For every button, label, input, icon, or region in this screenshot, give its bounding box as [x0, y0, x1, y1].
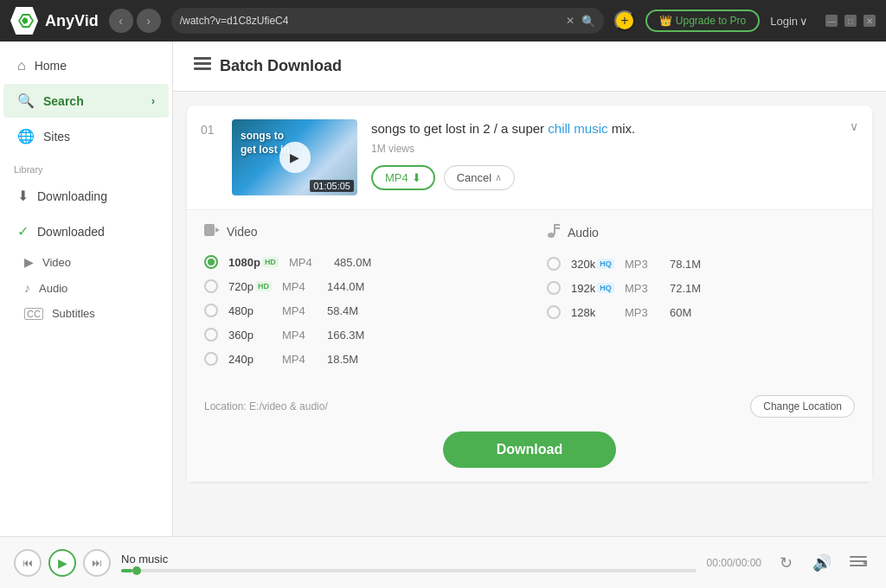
- progress-dot: [132, 566, 141, 575]
- minimize-button[interactable]: —: [825, 15, 838, 27]
- url-close-icon[interactable]: ✕: [566, 15, 575, 27]
- format-row-1080p[interactable]: 1080pHD MP4 485.0M: [204, 250, 512, 274]
- progress-fill: [121, 569, 132, 572]
- format-row-192k[interactable]: 192kHQ MP3 72.1M: [547, 276, 855, 300]
- svg-rect-13: [850, 556, 867, 558]
- format-mp4-480p: MP4: [282, 304, 317, 317]
- volume-button[interactable]: 🔊: [808, 549, 836, 577]
- format-row-360p[interactable]: 360p MP4 166.3M: [204, 323, 512, 347]
- add-tab-button[interactable]: +: [614, 10, 635, 31]
- next-button[interactable]: ⏭: [83, 549, 111, 577]
- quality-1080p: 1080pHD: [228, 256, 279, 269]
- svg-rect-11: [554, 224, 560, 226]
- back-button[interactable]: ‹: [109, 9, 133, 33]
- quality-192k: 192kHQ: [571, 282, 614, 295]
- radio-128k[interactable]: [547, 305, 561, 319]
- batch-icon: [194, 57, 211, 75]
- location-row: Location: E:/video & audio/ Change Locat…: [204, 385, 855, 418]
- cancel-button[interactable]: Cancel ∧: [444, 165, 515, 190]
- sidebar-item-sites[interactable]: 🌐 Sites: [3, 119, 169, 153]
- player-bar: ⏮ ▶ ⏭ No music 00:00/00:00 ↻ 🔊: [0, 536, 886, 588]
- collapse-button[interactable]: ∨: [850, 119, 858, 133]
- video-item: 01 songs toget lost in ▶ 01:05:05 songs …: [187, 105, 872, 482]
- play-button-overlay[interactable]: ▶: [279, 142, 311, 173]
- format-row-480p[interactable]: 480p MP4 58.4M: [204, 298, 512, 323]
- svg-rect-5: [194, 67, 211, 70]
- sidebar-item-audio[interactable]: ♪ Audio: [0, 275, 172, 301]
- quality-128k: 128k: [571, 306, 614, 319]
- radio-360p[interactable]: [204, 328, 218, 342]
- progress-bar[interactable]: [121, 569, 697, 572]
- video-title: songs to get lost in 2 / a super chill m…: [371, 119, 858, 137]
- sidebar-item-search[interactable]: 🔍 Search ›: [3, 84, 169, 118]
- page-title: Batch Download: [220, 57, 342, 75]
- format-row-320k[interactable]: 320kHQ MP3 78.1M: [547, 252, 855, 276]
- forward-button[interactable]: ›: [137, 9, 161, 33]
- radio-1080p[interactable]: [204, 255, 218, 269]
- size-192k: 72.1M: [670, 282, 713, 295]
- change-location-button[interactable]: Change Location: [750, 395, 855, 418]
- download-arrow-icon: ⬇: [412, 171, 421, 184]
- login-button[interactable]: Login ∨: [770, 15, 808, 28]
- close-button[interactable]: ✕: [864, 15, 876, 27]
- format-row-720p[interactable]: 720pHD MP4 144.0M: [204, 274, 512, 298]
- format-mp4-1080p: MP4: [289, 256, 324, 269]
- video-format-icon: [204, 224, 220, 240]
- audio-section-header: Audio: [547, 224, 855, 241]
- size-240p: 18.5M: [327, 353, 370, 366]
- sidebar-item-downloading[interactable]: ⬇ Downloading: [3, 179, 169, 213]
- sidebar-item-downloaded[interactable]: ✓ Downloaded: [3, 214, 169, 248]
- quality-720p: 720pHD: [228, 280, 272, 293]
- download-button[interactable]: Download: [443, 431, 616, 468]
- audio-format-column: Audio 320kHQ MP3 78.1M 192kHQ MP3: [547, 224, 855, 371]
- format-mp3-320k: MP3: [625, 258, 659, 271]
- mp4-format-button[interactable]: MP4 ⬇: [371, 165, 435, 190]
- format-mp4-720p: MP4: [282, 280, 317, 293]
- sidebar-item-subtitles[interactable]: CC Subtitles: [0, 301, 172, 326]
- home-icon: ⌂: [17, 58, 26, 74]
- radio-320k[interactable]: [547, 257, 561, 271]
- search-icon: 🔍: [17, 93, 35, 109]
- svg-point-9: [548, 233, 555, 238]
- repeat-button[interactable]: ↻: [772, 549, 799, 577]
- upgrade-button[interactable]: 👑 Upgrade to Pro: [645, 10, 760, 32]
- previous-button[interactable]: ⏮: [14, 549, 42, 577]
- radio-480p[interactable]: [204, 304, 218, 317]
- svg-rect-12: [554, 227, 560, 229]
- crown-icon: 👑: [659, 15, 672, 27]
- nav-buttons: ‹ ›: [109, 9, 161, 33]
- sidebar-item-home[interactable]: ⌂ Home: [3, 49, 169, 82]
- format-row-128k[interactable]: 128k MP3 60M: [547, 300, 855, 324]
- player-time: 00:00/00:00: [707, 557, 761, 569]
- sidebar-label-search: Search: [43, 94, 84, 108]
- hq-badge-320k: HQ: [597, 259, 614, 269]
- radio-240p[interactable]: [204, 352, 218, 366]
- sidebar: ⌂ Home 🔍 Search › 🌐 Sites Library ⬇ Down…: [0, 42, 173, 536]
- chevron-right-icon: ›: [151, 95, 155, 107]
- quality-240p: 240p: [228, 353, 272, 366]
- video-section-header: Video: [204, 224, 512, 240]
- video-actions: MP4 ⬇ Cancel ∧: [371, 165, 858, 190]
- video-icon: ▶: [24, 255, 34, 269]
- sites-icon: 🌐: [17, 128, 35, 144]
- player-track-title: No music: [121, 553, 697, 566]
- video-thumbnail[interactable]: songs toget lost in ▶ 01:05:05: [232, 119, 357, 195]
- logo: AnyVid: [10, 7, 99, 35]
- sidebar-item-video[interactable]: ▶ Video: [0, 249, 172, 275]
- radio-720p[interactable]: [204, 279, 218, 293]
- url-search-icon[interactable]: 🔍: [581, 15, 595, 28]
- video-format-column: Video 1080pHD MP4 485.0M 720pHD MP4: [204, 224, 512, 371]
- queue-button[interactable]: [844, 549, 872, 577]
- radio-192k[interactable]: [547, 281, 561, 295]
- url-bar[interactable]: /watch?v=d1C8zUfieC4 ✕ 🔍: [171, 8, 604, 34]
- video-format-label: Video: [227, 225, 258, 239]
- maximize-button[interactable]: □: [844, 15, 857, 27]
- format-row-240p[interactable]: 240p MP4 18.5M: [204, 347, 512, 371]
- app-name: AnyVid: [45, 12, 99, 30]
- title-highlight: chill music: [548, 121, 607, 136]
- player-info: No music: [121, 553, 697, 572]
- hd-badge-1080p: HD: [262, 257, 279, 267]
- location-text: Location: E:/video & audio/: [204, 400, 328, 412]
- sidebar-label-sites: Sites: [43, 130, 70, 144]
- play-pause-button[interactable]: ▶: [48, 549, 76, 577]
